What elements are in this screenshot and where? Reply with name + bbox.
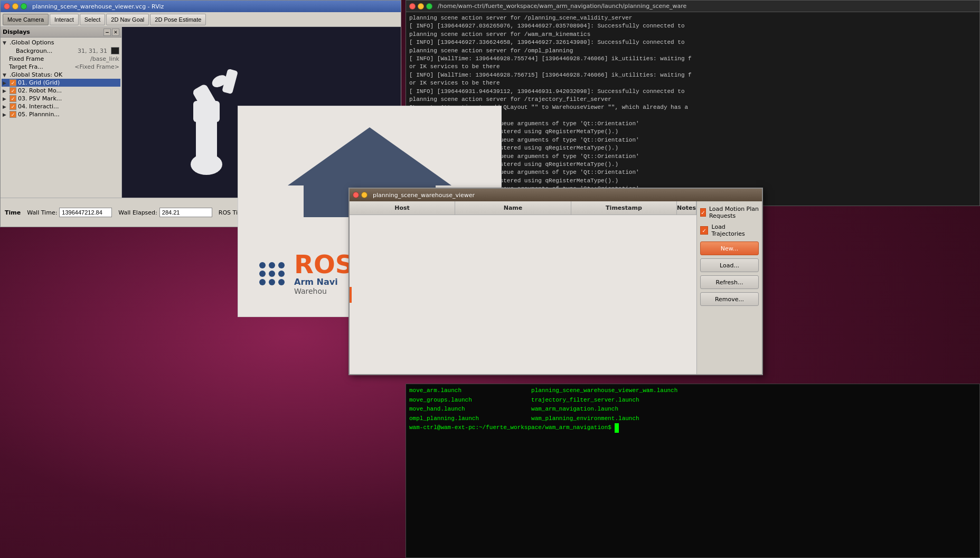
grid-item[interactable]: ▶ ✓ 01. Grid (Grid) — [2, 79, 120, 87]
ros-name: ROS — [294, 252, 353, 277]
table-divider — [350, 287, 352, 303]
terminal-line-2: planning scene action server for /wam_ar… — [409, 31, 976, 39]
load-motion-checkbox-row: ✓ Load Motion Plan Requests — [700, 206, 759, 219]
dialog-title: planning_scene_warehouse_viewer — [373, 192, 475, 199]
global-options-item[interactable]: ▼ .Global Options — [2, 39, 120, 46]
expand-arrow: ▶ — [3, 112, 8, 117]
col-notes: Notes — [677, 201, 696, 215]
interact-checkbox[interactable]: ✓ — [10, 103, 16, 110]
terminal-line-0: planning scene action server for /planni… — [409, 14, 976, 22]
rviz-close-btn[interactable] — [4, 3, 10, 10]
expand-arrow: ▶ — [3, 104, 8, 109]
ros-sub1: Arm Navi — [294, 277, 353, 287]
rviz-max-btn[interactable] — [21, 3, 27, 10]
target-frame-label: Target Fra... — [9, 63, 43, 70]
robot-checkbox[interactable]: ✓ — [10, 87, 16, 94]
expand-arrow: ▶ — [3, 80, 8, 86]
fixed-frame-item[interactable]: Fixed Frame /base_link — [2, 55, 120, 63]
col-timestamp: Timestamp — [571, 201, 677, 215]
load-trajectories-label: Load Trajectories — [711, 224, 759, 237]
displays-header: Displays − ✕ — [1, 27, 121, 38]
bottom-terminal-body: move_arm.launch planning_scene_warehouse… — [406, 384, 979, 557]
time-label: Time — [5, 209, 21, 216]
planning-checkbox[interactable]: ✓ — [10, 111, 16, 118]
terminal-line-7: [ INFO] [WallTime: 1396446928.756715] [1… — [409, 71, 976, 79]
rviz-title: planning_scene_warehouse_viewer.vcg - RV… — [32, 3, 398, 10]
psv-label: 03. PSV Mark... — [18, 95, 62, 102]
terminal-line-4: planning scene action server for /ompl_p… — [409, 47, 976, 55]
fixed-frame-value: /base_link — [90, 55, 119, 62]
col-name: Name — [455, 201, 571, 215]
background-item[interactable]: Backgroun... 31, 31, 31 — [2, 46, 120, 55]
grid-label: 01. Grid (Grid) — [18, 79, 60, 86]
terminal-titlebar: /home/wam-ctrl/fuerte_workspace/wam_arm_… — [406, 1, 979, 12]
psv-marker-item[interactable]: ▶ ✓ 03. PSV Mark... — [2, 95, 120, 103]
background-label: Backgroun... — [16, 48, 52, 54]
load-motion-label: Load Motion Plan Requests — [709, 206, 759, 219]
dot-1 — [259, 262, 266, 268]
dot-5 — [269, 271, 275, 277]
panel-icons: − ✕ — [103, 29, 119, 36]
planning-label: 05. Plannnin... — [18, 111, 60, 118]
bt-line-3: ompl_planning.launch wam_planning_enviro… — [409, 414, 976, 424]
close-panel-icon[interactable]: ✕ — [112, 29, 119, 36]
col-host: Host — [350, 201, 455, 215]
terminal-line-3: [ INFO] [1396446927.336624658, 139644692… — [409, 39, 976, 46]
new-btn[interactable]: New... — [700, 241, 759, 255]
terminal-title: /home/wam-ctrl/fuerte_workspace/wam_arm_… — [438, 3, 686, 10]
global-options-label: .Global Options — [10, 39, 54, 46]
fixed-frame-label: Fixed Frame — [9, 55, 44, 62]
grid-checkbox[interactable]: ✓ — [10, 79, 16, 86]
wall-elapsed-label: Wall Elapsed: — [118, 209, 157, 216]
select-btn[interactable]: Select — [80, 14, 106, 25]
terminal-line-6: or IK services to be there — [409, 63, 976, 71]
ros-logo-area: ROS Arm Navi Warehou — [259, 252, 353, 295]
robot-label: 02. Robot Mo... — [18, 87, 62, 94]
dialog-body: Host Name Timestamp Notes ✓ Load Motion … — [350, 201, 762, 374]
dialog-table: Host Name Timestamp Notes — [350, 201, 696, 374]
bt-line-2: move_hand.launch wam_arm_navigation.laun… — [409, 405, 976, 414]
dialog-titlebar: planning_scene_warehouse_viewer — [350, 189, 762, 201]
pin-icon[interactable]: − — [103, 29, 111, 36]
dot-9 — [278, 279, 285, 285]
ros-sub2: Warehou — [294, 287, 353, 295]
dialog-min-btn[interactable] — [361, 192, 368, 198]
terminal-close-btn[interactable] — [409, 3, 416, 10]
psv-checkbox[interactable]: ✓ — [10, 95, 16, 102]
dialog-close-btn[interactable] — [353, 192, 359, 198]
wall-elapsed-input[interactable] — [159, 208, 212, 217]
refresh-btn[interactable]: Refresh... — [700, 275, 759, 289]
wall-elapsed-group: Wall Elapsed: — [118, 208, 212, 217]
move-camera-btn[interactable]: Move Camera — [3, 14, 49, 25]
wall-time-label: Wall Time: — [27, 209, 57, 216]
dialog-sidebar: ✓ Load Motion Plan Requests ✓ Load Traje… — [696, 201, 762, 374]
wall-time-group: Wall Time: — [27, 208, 112, 217]
terminal-min-btn[interactable] — [418, 3, 424, 10]
terminal-line-10: planning scene action server for /trajec… — [409, 96, 976, 104]
rviz-min-btn[interactable] — [12, 3, 18, 10]
wall-time-input[interactable] — [59, 208, 112, 217]
interact-item[interactable]: ▶ ✓ 04. Interacti... — [2, 103, 120, 110]
remove-btn[interactable]: Remove... — [700, 292, 759, 306]
load-btn[interactable]: Load... — [700, 258, 759, 272]
load-trajectories-checkbox[interactable]: ✓ — [700, 226, 708, 235]
global-status-label: .Global Status: OK — [10, 71, 62, 78]
bottom-terminal: move_arm.launch planning_scene_warehouse… — [406, 384, 980, 558]
displays-panel: Displays − ✕ ▼ .Global Options Backgroun… — [1, 27, 122, 227]
pose-estimate-btn[interactable]: 2D Pose Estimate — [150, 14, 206, 25]
displays-label: Displays — [3, 29, 30, 35]
warehouse-viewer-dialog: planning_scene_warehouse_viewer Host Nam… — [348, 188, 763, 375]
dot-7 — [259, 279, 266, 285]
bt-line-4: wam-ctrl@wam-ext-pc:~/fuerte_workspace/w… — [409, 423, 976, 433]
table-body — [350, 215, 696, 374]
terminal-max-btn[interactable] — [426, 3, 432, 10]
bt-line-0: move_arm.launch planning_scene_warehouse… — [409, 386, 976, 396]
global-status-item[interactable]: ▼ .Global Status: OK — [2, 71, 120, 79]
robot-model-item[interactable]: ▶ ✓ 02. Robot Mo... — [2, 87, 120, 95]
load-motion-checkbox[interactable]: ✓ — [700, 208, 706, 217]
rviz-titlebar: planning_scene_warehouse_viewer.vcg - RV… — [1, 1, 401, 12]
interact-btn[interactable]: Interact — [50, 14, 79, 25]
planning-item[interactable]: ▶ ✓ 05. Plannnin... — [2, 110, 120, 118]
target-frame-item[interactable]: Target Fra... <Fixed Frame> — [2, 63, 120, 71]
nav-goal-btn[interactable]: 2D Nav Goal — [106, 14, 149, 25]
